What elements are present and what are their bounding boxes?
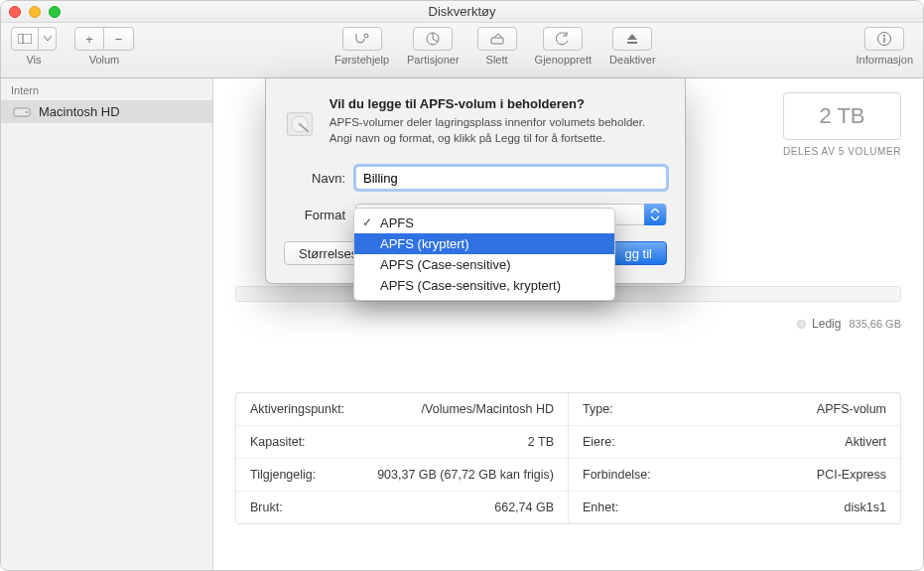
restore-button[interactable] — [543, 27, 583, 51]
svg-rect-0 — [18, 34, 32, 44]
minus-icon: − — [115, 32, 123, 47]
toolbar: Vis + − Volum Førstehjelp Partisjoner Sl… — [1, 23, 923, 78]
name-input[interactable] — [355, 166, 667, 190]
format-label: Format — [284, 208, 355, 222]
sheet-description: APFS-volumer deler lagringsplass innenfo… — [330, 115, 667, 146]
stethoscope-icon — [353, 32, 371, 46]
window-title: Diskverktøy — [1, 4, 923, 19]
sidebar-section-internal: Intern — [1, 78, 212, 100]
format-dropdown: ✓ APFS APFS (kryptert) APFS (Case-sensit… — [353, 208, 615, 301]
partition-button[interactable] — [413, 27, 453, 51]
info-icon — [876, 31, 892, 47]
svg-rect-9 — [884, 38, 885, 43]
unmount-button[interactable] — [612, 27, 652, 51]
erase-button[interactable] — [477, 27, 517, 51]
dropdown-item-apfs-cs[interactable]: APFS (Case-sensitive) — [354, 254, 614, 275]
toolbar-label-erase: Slett — [486, 54, 508, 66]
svg-rect-4 — [491, 38, 503, 44]
erase-icon — [489, 32, 505, 46]
toolbar-label-info: Informasjon — [857, 54, 913, 66]
view-button[interactable] — [11, 27, 39, 51]
sheet-backdrop: Vil du legge til APFS-volum i beholderen… — [213, 78, 923, 571]
main-content: 2 TB DELES AV 5 VOLUMER Ledig 835,66 GB … — [213, 78, 923, 571]
dropdown-item-apfs-cs-encrypted[interactable]: APFS (Case-sensitive, kryptert) — [354, 275, 614, 296]
titlebar: Diskverktøy — [1, 1, 923, 23]
view-menu-button[interactable] — [39, 27, 57, 51]
svg-marker-5 — [627, 34, 637, 40]
disk-icon — [13, 105, 31, 119]
remove-volume-button[interactable]: − — [104, 27, 134, 51]
dropdown-item-apfs[interactable]: ✓ APFS — [354, 213, 614, 233]
toolbar-label-view: Vis — [26, 54, 41, 66]
sidebar-item-macintosh-hd[interactable]: Macintosh HD — [1, 100, 212, 123]
toolbar-label-firstaid: Førstehjelp — [334, 54, 389, 66]
pie-icon — [425, 31, 441, 47]
toolbar-label-volume: Volum — [89, 54, 120, 66]
info-button[interactable] — [864, 27, 904, 51]
svg-rect-6 — [627, 42, 637, 44]
sidebar: Intern Macintosh HD — [1, 78, 213, 571]
eject-icon — [625, 32, 639, 46]
plus-icon: + — [85, 32, 93, 47]
first-aid-button[interactable] — [342, 27, 382, 51]
add-volume-button[interactable]: + — [74, 27, 104, 51]
toolbar-label-unmount: Deaktiver — [609, 54, 655, 66]
svg-point-2 — [364, 34, 368, 38]
restore-icon — [555, 32, 571, 46]
svg-point-8 — [883, 35, 885, 37]
name-label: Navn: — [284, 171, 355, 186]
harddrive-icon — [284, 96, 316, 152]
sheet-title: Vil du legge til APFS-volum i beholderen… — [330, 96, 667, 111]
chevron-down-icon — [44, 36, 52, 42]
sidebar-icon — [18, 34, 32, 44]
dropdown-item-apfs-encrypted[interactable]: APFS (kryptert) — [354, 233, 614, 254]
add-volume-sheet: Vil du legge til APFS-volum i beholderen… — [265, 78, 686, 284]
add-button[interactable]: gg til — [610, 241, 667, 265]
check-icon: ✓ — [362, 215, 372, 229]
toolbar-label-restore: Gjenopprett — [535, 54, 592, 66]
svg-point-11 — [26, 111, 28, 113]
sidebar-item-label: Macintosh HD — [39, 104, 120, 119]
toolbar-label-partition: Partisjoner — [407, 54, 460, 66]
select-arrows-icon — [644, 204, 666, 225]
